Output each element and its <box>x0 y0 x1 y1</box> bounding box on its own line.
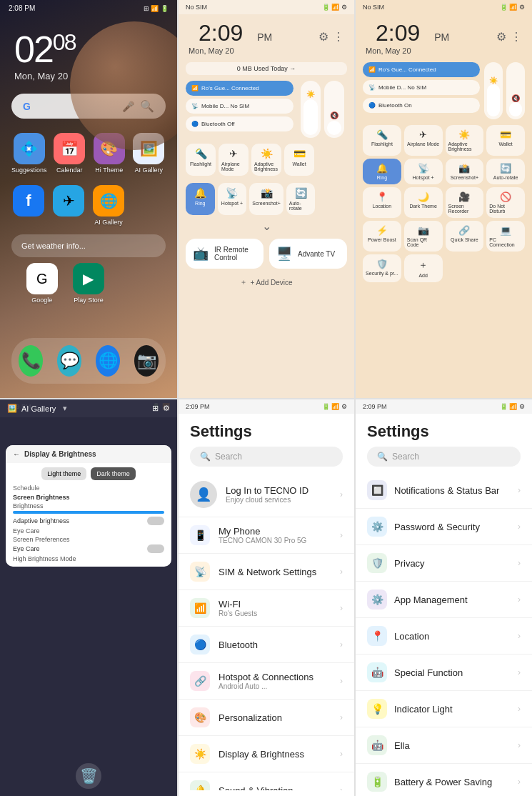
qs3-toggle-wifi[interactable]: 📶 Ro's Gue... Connected <box>363 62 480 77</box>
qs3-hotspot[interactable]: 📡Hotspot + <box>404 159 443 184</box>
wifi-icon: 📶 <box>191 85 199 91</box>
qs3-airplane[interactable]: ✈Airplane Mode <box>404 125 443 156</box>
qs-airplane[interactable]: ✈ Airplane Mode <box>219 144 249 176</box>
sound-label: Sound & Vibration <box>219 785 331 791</box>
qs-more-row[interactable]: ⌄ <box>179 218 354 234</box>
qs-hotspot[interactable]: 📡 Hotspot + <box>218 183 247 215</box>
qs3-pc-connection[interactable]: 💻PC Connection <box>486 221 525 252</box>
qs3-ring[interactable]: 🔔Ring <box>363 159 401 184</box>
dock-camera[interactable]: 📷 <box>134 345 159 377</box>
qs-wallet[interactable]: 💳 Wallet <box>284 144 314 176</box>
app-google[interactable]: G Google <box>21 263 62 304</box>
qs3-settings-icon[interactable]: ⚙ <box>496 30 506 44</box>
qs-ring[interactable]: 🔔 Ring <box>186 183 215 215</box>
brightness-track[interactable] <box>13 511 164 514</box>
qs3-toggle-bt[interactable]: 🔵 Bluetooth On <box>363 98 480 113</box>
adaptive-toggle[interactable] <box>147 517 164 525</box>
dark-theme-option[interactable]: Dark theme <box>91 467 136 480</box>
dock-phone[interactable]: 📞 <box>19 345 43 377</box>
my-phone-label: My Phone <box>219 526 331 537</box>
settings-indicator-light[interactable]: 💡 Indicator Light › <box>356 691 532 727</box>
settings-notifications[interactable]: 🔲 Notifications & Status Bar › <box>356 472 532 509</box>
qs3-add[interactable]: ＋Add <box>404 254 443 282</box>
settings-hotspot[interactable]: 🔗 Hotspot & Connections Android Auto ...… <box>179 663 354 700</box>
app-telegram[interactable]: ✈ <box>51 185 86 226</box>
settings-password-security[interactable]: ⚙️ Password & Security › <box>356 509 532 545</box>
qs-adaptive-brightness[interactable]: ☀️ Adaptive Brightness <box>251 144 281 176</box>
qs3-volume-slider[interactable]: 🔇 <box>506 62 525 119</box>
qs3-toggles: 📶 Ro's Gue... Connected 📡 Mobile D... No… <box>363 62 480 119</box>
profile-sub: Enjoy cloud services <box>226 496 331 504</box>
settings-search-6[interactable]: 🔍 Search <box>367 447 521 467</box>
qs3-location[interactable]: 📍Location <box>363 187 401 218</box>
qs3-quick-share[interactable]: 🔗Quick Share <box>446 221 484 252</box>
qs-more-icon[interactable]: ⋮ <box>333 30 344 44</box>
dock-messages[interactable]: 💬 <box>57 345 81 377</box>
settings-special-function[interactable]: 🤖 Special Function › <box>356 655 532 691</box>
app-hola-browser[interactable]: 🌐 AI Gallery <box>91 185 126 226</box>
qs3-power-boost[interactable]: ⚡Power Boost <box>363 221 401 252</box>
suggestions-label: Suggestions <box>11 166 47 174</box>
qs-settings-icon[interactable]: ⚙ <box>318 30 328 44</box>
qs3-qr-code[interactable]: 📷Scan QR Code <box>404 221 443 252</box>
settings-privacy[interactable]: 🛡️ Privacy › <box>356 545 532 582</box>
settings-bluetooth[interactable]: 🔵 Bluetooth › <box>179 627 354 663</box>
settings-app-management[interactable]: ⚙️ App Management › <box>356 582 532 618</box>
settings-wifi[interactable]: 📶 Wi-FI Ro's Guests › <box>179 590 354 627</box>
settings-personalization[interactable]: 🎨 Personalization › <box>179 700 354 736</box>
qs-icons-row2: 🔔 Ring 📡 Hotspot + 📸 Screenshot+ 🔄 Auto-… <box>179 180 354 218</box>
brightness-slider[interactable]: ☀️ <box>301 81 321 138</box>
qs-toggle-mobile[interactable]: 📡 Mobile D... No SIM <box>186 99 293 114</box>
settings-battery[interactable]: 🔋 Battery & Power Saving › <box>356 764 532 796</box>
settings-sim-network[interactable]: 📡 SIM & Network Settings › <box>179 554 354 590</box>
qs3-power-boost-label: Power Boost <box>368 237 396 242</box>
qs3-dark-theme[interactable]: 🌙Dark Theme <box>404 187 443 218</box>
sound-icon-bg: 🔔 <box>190 780 210 790</box>
qs-time: 2:09 <box>189 17 253 46</box>
qs3-flashlight[interactable]: 🔦Flashlight <box>363 125 401 156</box>
weather-widget[interactable]: Get weather info... <box>11 234 166 257</box>
plus-icon: ＋ <box>240 277 247 287</box>
settings-location[interactable]: 📍 Location › <box>356 618 532 655</box>
qs3-wallet[interactable]: 💳Wallet <box>486 125 525 156</box>
qs-flashlight[interactable]: 🔦 Flashlight <box>186 144 216 176</box>
qs-toggle-wifi[interactable]: 📶 Ro's Gue... Connected <box>186 81 293 96</box>
location-icon-bg: 📍 <box>367 626 387 646</box>
qs-toggle-bt[interactable]: 🔵 Bluetooth Off <box>186 116 293 131</box>
settings-ella[interactable]: 🤖 Ella › <box>356 727 532 764</box>
qs3-adaptive[interactable]: ☀️Adaptive Brightness <box>446 125 484 156</box>
qs3-brightness-slider[interactable]: ☀️ <box>484 62 503 119</box>
settings-search-5[interactable]: 🔍 Search <box>190 447 343 467</box>
qs3-location-label: Location <box>373 204 391 209</box>
card-advante-tv[interactable]: 🖥️ Advante TV <box>269 239 347 269</box>
qs-screenshot[interactable]: 📸 Screenshot+ <box>249 183 283 215</box>
qs3-screen-recorder[interactable]: 🎥Screen Recorder <box>446 187 484 218</box>
card-ir-remote[interactable]: 📺 IR Remote Control <box>186 239 264 269</box>
qs3-mobile-label: Mobile D... No SIM <box>378 84 426 91</box>
my-phone-icon: 📱 <box>194 529 206 541</box>
settings-display-brightness[interactable]: ☀️ Display & Brightness › <box>179 736 354 772</box>
settings-profile[interactable]: 👤 Log In to TECNO ID Enjoy cloud service… <box>179 472 354 517</box>
add-device[interactable]: ＋ + Add Device <box>179 273 354 292</box>
qs3-autorotate[interactable]: 🔄Auto-rotate <box>486 159 525 184</box>
settings-sound-vibration[interactable]: 🔔 Sound & Vibration › <box>179 772 354 790</box>
app-facebook[interactable]: f <box>11 185 46 226</box>
ai-gallery-label: AI Gallery <box>135 166 164 174</box>
app-play-store[interactable]: ▶ Play Store <box>68 263 109 304</box>
qs3-more-icon[interactable]: ⋮ <box>511 30 522 44</box>
app-calendar[interactable]: 📅 Calendar <box>53 133 86 174</box>
qs3-security[interactable]: 🛡️Security & pr... <box>363 254 401 282</box>
qs-autorotate[interactable]: 🔄 Auto-rotate <box>286 183 316 215</box>
qs3-dnd[interactable]: 🚫Do Not Disturb <box>486 187 525 218</box>
app-suggestions[interactable]: 💠 Suggestions <box>11 133 47 174</box>
qs3-screenshot[interactable]: 📸Screenshot+ <box>446 159 484 184</box>
back-arrow-icon[interactable]: ← <box>13 450 20 458</box>
qs3-toggle-mobile[interactable]: 📡 Mobile D... No SIM <box>363 80 480 95</box>
eye-care-toggle[interactable] <box>147 544 164 553</box>
trash-button[interactable]: 🗑️ <box>76 763 101 789</box>
dock-browser[interactable]: 🌐 <box>96 345 120 377</box>
settings-my-phone[interactable]: 📱 My Phone TECNO CAMON 30 Pro 5G › <box>179 517 354 554</box>
light-theme-option[interactable]: Light theme <box>41 467 86 480</box>
volume-slider[interactable]: 🔇 <box>324 81 344 138</box>
my-phone-icon-bg: 📱 <box>190 525 210 545</box>
